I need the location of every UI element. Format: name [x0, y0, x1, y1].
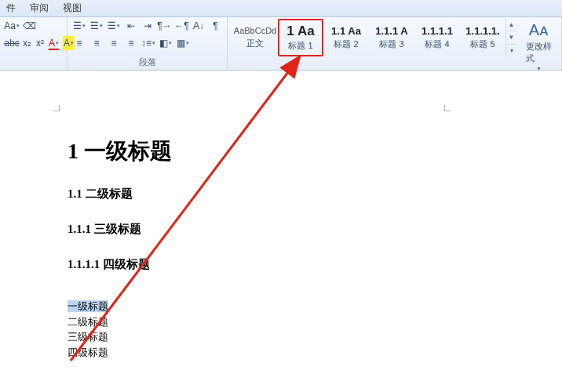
change-styles-button[interactable]: Aᴀ 更改样式 ▼: [521, 19, 557, 73]
heading2-text[interactable]: 1.1 二级标题: [68, 187, 172, 201]
borders-button[interactable]: ▦: [176, 36, 190, 50]
ribbon-tabbar: 件 审阅 视图: [0, 0, 562, 17]
style-name: 标题 5: [470, 38, 494, 50]
style-sample: 1.1 Aa: [331, 26, 361, 36]
style-heading5[interactable]: 1.1.1.1. 标题 5: [460, 19, 505, 56]
page: 1 一级标题 1.1 二级标题 1.1.1 三级标题 1.1.1.1 四级标题 …: [30, 89, 548, 392]
plain-text[interactable]: 三级标题: [68, 329, 172, 345]
gallery-up-button[interactable]: ▲: [506, 19, 516, 31]
heading4-text[interactable]: 1.1.1.1 四级标题: [68, 257, 172, 272]
style-name: 标题 4: [425, 38, 449, 50]
heading1-text[interactable]: 1 一级标题: [68, 136, 172, 166]
style-heading3[interactable]: 1.1.1 A 标题 3: [369, 19, 414, 56]
style-name: 标题 2: [334, 38, 358, 50]
style-name: 标题 1: [288, 40, 312, 52]
change-case-button[interactable]: Aa: [5, 19, 19, 33]
style-sample: AaBbCcDd: [234, 27, 276, 35]
align-right-button[interactable]: ≡: [107, 36, 121, 50]
increase-indent-button[interactable]: ⇥: [140, 19, 154, 33]
align-left-button[interactable]: ≡: [72, 36, 86, 50]
style-name: 标题 3: [379, 38, 403, 50]
font-group: Aa ⌫ abc x₂ x² A A: [0, 17, 68, 70]
decrease-indent-button[interactable]: ⇤: [124, 19, 137, 33]
show-marks-button[interactable]: ¶: [209, 19, 222, 33]
style-sample: 1.1.1.1: [422, 26, 453, 36]
bullets-button[interactable]: ☰: [72, 19, 86, 33]
document-area[interactable]: 1 一级标题 1.1 二级标题 1.1.1 三级标题 1.1.1.1 四级标题 …: [0, 71, 562, 392]
sup-button[interactable]: x²: [35, 36, 45, 50]
plain-text[interactable]: 二级标题: [68, 314, 172, 330]
style-sample: 1.1.1.1.: [465, 26, 499, 36]
paragraph-group: ☰ ☰ ☰ ⇤ ⇥ ¶→ ←¶ A↓ ¶ ≡ ≡ ≡ ≡ ↕≡ ◧ ▦ 段落: [68, 17, 228, 70]
font-group-label: [5, 59, 62, 70]
rtl-button[interactable]: ←¶: [175, 19, 189, 33]
align-justify-button[interactable]: ≡: [124, 36, 138, 50]
plain-text[interactable]: 四级标题: [68, 345, 172, 361]
paragraph-group-label: 段落: [72, 56, 222, 70]
selected-text[interactable]: 一级标题: [68, 300, 108, 312]
style-heading4[interactable]: 1.1.1.1 标题 4: [414, 19, 460, 56]
heading3-text[interactable]: 1.1.1 三级标题: [68, 222, 172, 237]
font-color-button[interactable]: A: [48, 36, 60, 50]
gallery-scroll: ▲ ▼ ▾: [505, 19, 516, 56]
clear-format-button[interactable]: ⌫: [22, 19, 36, 33]
tab-view[interactable]: 视图: [63, 2, 82, 15]
sort-button[interactable]: A↓: [192, 19, 206, 33]
style-sample: 1 Aa: [286, 24, 314, 38]
numbering-button[interactable]: ☰: [89, 19, 104, 33]
style-name: 正文: [246, 38, 264, 49]
styles-group: AaBbCcDd 正文 1 Aa 标题 1 1.1 Aa 标题 2 1.1.1 …: [228, 17, 562, 70]
tab-partial[interactable]: 件: [6, 2, 16, 15]
change-styles-icon: Aᴀ: [529, 20, 549, 39]
style-heading2[interactable]: 1.1 Aa 标题 2: [323, 19, 369, 56]
style-sample: 1.1.1 A: [375, 26, 407, 36]
ltr-button[interactable]: ¶→: [158, 19, 172, 33]
align-center-button[interactable]: ≡: [89, 36, 104, 50]
sub-button[interactable]: x₂: [22, 36, 32, 50]
gallery-down-button[interactable]: ▼: [506, 31, 516, 44]
page-corner-tr: [444, 105, 451, 111]
line-spacing-button[interactable]: ↕≡: [141, 36, 155, 50]
style-normal[interactable]: AaBbCcDd 正文: [232, 19, 278, 56]
gallery-expand-button[interactable]: ▾: [506, 45, 516, 56]
shading-button[interactable]: ◧: [159, 36, 173, 50]
document-content[interactable]: 1 一级标题 1.1 二级标题 1.1.1 三级标题 1.1.1.1 四级标题 …: [68, 136, 172, 360]
strike-button[interactable]: abc: [5, 36, 19, 50]
style-heading1[interactable]: 1 Aa 标题 1: [278, 19, 323, 56]
styles-gallery: AaBbCcDd 正文 1 Aa 标题 1 1.1 Aa 标题 2 1.1.1 …: [232, 19, 516, 56]
ribbon: Aa ⌫ abc x₂ x² A A ☰ ☰ ☰ ⇤ ⇥ ¶→ ←¶: [0, 17, 562, 71]
tab-review[interactable]: 审阅: [30, 2, 49, 15]
multilevel-button[interactable]: ☰: [107, 19, 121, 33]
change-styles-label: 更改样式: [526, 41, 552, 64]
page-corner-tl: [53, 105, 60, 111]
